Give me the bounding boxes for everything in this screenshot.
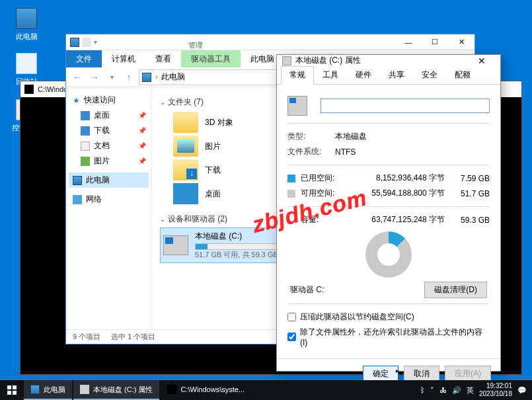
system-tray: ᛒ ˄ 🖧 🔊 英 19:32:01 2023/10/18 💬 [415,382,532,398]
drive-usage-bar [195,243,287,250]
taskbar-item-explorer[interactable]: 此电脑 [24,380,72,400]
taskbar-item-cmd[interactable]: C:\Windows\syste... [161,380,251,400]
chevron-right-icon: › [155,73,157,81]
chevron-down-icon: ⌄ [160,216,165,223]
sidebar-item-downloads[interactable]: 下载📌 [69,123,149,138]
compress-checkbox[interactable] [287,313,296,321]
tray-network-icon[interactable]: 🖧 [439,386,447,394]
drive-label-input[interactable] [321,99,490,113]
tab-sharing[interactable]: 共享 [380,66,413,84]
sidebar-network[interactable]: 网络 [69,192,149,207]
free-space-row: 可用空间: 55,594,188,800 字节 51.7 GB [287,186,490,201]
pin-icon: 📌 [138,157,146,165]
sidebar-thispc[interactable]: 此电脑 [69,173,149,188]
tab-tools[interactable]: 工具 [314,66,347,84]
star-icon: ★ [73,96,80,105]
properties-titlebar[interactable]: 本地磁盘 (C:) 属性 ✕ [277,55,500,66]
minimize-button[interactable]: — [395,34,422,50]
pin-icon: 📌 [138,127,146,134]
close-button[interactable]: ✕ [469,56,495,66]
address-text: 此电脑 [161,71,185,83]
tray-volume-icon[interactable]: 🔊 [452,386,461,395]
sidebar-item-desktop[interactable]: 桌面📌 [69,108,149,123]
desktop-icon [81,111,90,120]
download-icon [81,126,90,136]
properties-title-text: 本地磁盘 (C:) 属性 [295,55,361,66]
ribbon-tab-computer[interactable]: 计算机 [102,50,145,67]
cursor-icon: ↖ [395,367,402,378]
drive-icon [163,235,188,255]
toolbar-placeholder-icon [82,38,91,47]
quick-access-toolbar-dropdown[interactable]: ▾ [91,38,100,46]
free-swatch [287,190,295,198]
explorer-titlebar[interactable]: ▾ — ☐ ✕ [66,34,475,50]
capacity-row: 容量: 63,747,125,248 字节 59.3 GB [287,212,490,227]
contextual-group-label: 管理 [188,40,203,50]
folder-icon [173,112,198,133]
used-swatch [287,175,295,182]
taskbar: 此电脑 本地磁盘 (C:) 属性 C:\Windows\syste... ᛒ ˄… [0,380,532,400]
tab-quota[interactable]: 配额 [446,66,479,84]
pin-icon: 📌 [138,112,146,119]
tab-security[interactable]: 安全 [413,66,446,84]
ribbon-tab-drivetools[interactable]: 管理 驱动器工具 [181,50,241,67]
windows-logo-icon [7,385,17,395]
properties-dialog: 本地磁盘 (C:) 属性 ✕ 常规 工具 硬件 共享 安全 配额 类型:本地磁盘… [276,54,501,372]
taskbar-clock[interactable]: 19:32:01 2023/10/18 [479,382,512,398]
desktop-folder-icon [173,183,198,204]
compress-checkbox-row[interactable]: 压缩此驱动器以节约磁盘空间(C) [287,309,490,325]
pc-icon [30,385,40,394]
network-icon [73,195,82,204]
drive-item-c[interactable]: 本地磁盘 (C:) 51.7 GB 可用, 共 59.3 GB [160,227,292,263]
desktop-icon-label: 此电脑 [7,32,46,42]
disk-cleanup-button[interactable]: 磁盘清理(D) [424,282,487,298]
cmd-icon [24,85,34,94]
folder-icon [173,136,198,157]
pc-icon [142,73,151,82]
fs-value: NTFS [335,147,356,157]
recycle-icon [16,53,37,74]
pin-icon: 📌 [138,142,146,149]
svg-rect-1 [13,385,17,389]
nav-up-button[interactable]: ↑ [122,70,136,85]
maximize-button[interactable]: ☐ [422,34,448,50]
tray-notifications-icon[interactable]: 💬 [517,386,527,395]
sidebar-quickaccess[interactable]: ★ 快速访问 [69,93,149,108]
type-value: 本地磁盘 [335,131,367,142]
desktop-icon-thispc[interactable]: 此电脑 [7,8,46,42]
type-label: 类型: [287,131,335,142]
tray-bluetooth-icon[interactable]: ᛒ [420,386,425,394]
tab-general[interactable]: 常规 [281,66,314,85]
picture-icon [81,157,90,166]
chevron-down-icon: ⌄ [160,99,165,106]
svg-rect-3 [13,391,17,395]
drive-icon [282,56,291,65]
index-checkbox[interactable] [287,333,296,341]
drive-icon-large [287,96,307,116]
nav-forward-button[interactable]: → [87,70,102,85]
nav-recent-button[interactable]: ▾ [104,70,119,85]
ribbon-tab-file[interactable]: 文件 [66,50,102,67]
ribbon-tab-view[interactable]: 查看 [145,50,181,67]
pc-icon [70,38,79,47]
start-button[interactable] [0,380,24,400]
status-item-count: 9 个项目 [73,332,100,342]
nav-back-button[interactable]: ← [70,70,85,85]
tray-ime-indicator[interactable]: 英 [467,385,474,395]
folder-icon: ↓ [173,159,198,180]
taskbar-item-properties[interactable]: 本地磁盘 (C:) 属性 [73,380,159,400]
close-button[interactable]: ✕ [448,34,475,50]
sidebar-item-pictures[interactable]: 图片📌 [69,153,149,169]
pc-icon [73,176,82,185]
tab-hardware[interactable]: 硬件 [347,66,380,84]
index-checkbox-row[interactable]: 除了文件属性外，还允许索引此驱动器上文件的内容(I) [287,325,490,349]
pc-icon [16,8,37,29]
sidebar-item-documents[interactable]: 文档📌 [69,138,149,153]
tray-chevron-up-icon[interactable]: ˄ [430,386,434,395]
properties-tabs: 常规 工具 硬件 共享 安全 配额 [277,66,500,85]
drive-icon [80,385,89,394]
drive-name: 本地磁盘 (C:) [195,231,287,242]
fs-label: 文件系统: [287,146,335,157]
used-space-row: 已用空间: 8,152,936,448 字节 7.59 GB [287,171,490,186]
document-icon [81,141,90,151]
